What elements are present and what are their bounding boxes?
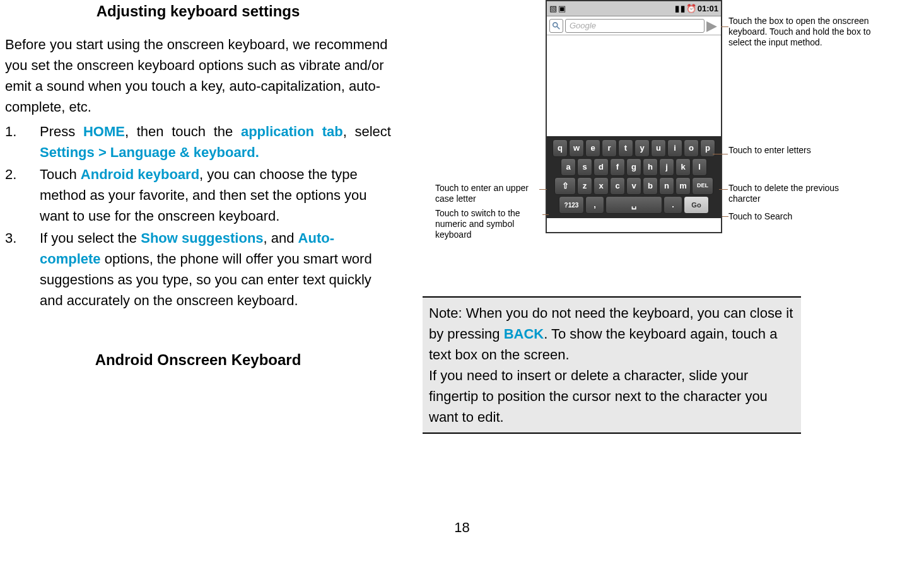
signal-icon: ▮: [675, 3, 679, 15]
key-s[interactable]: s: [577, 158, 592, 176]
search-icon[interactable]: [549, 19, 563, 33]
step-1-number: 1.: [5, 121, 40, 163]
annotation-uppercase: Touch to enter an upper case letter: [435, 183, 542, 204]
key-.[interactable]: .: [664, 196, 682, 214]
application-tab-keyword: application tab: [241, 124, 343, 139]
key-l[interactable]: l: [692, 158, 707, 176]
key-u[interactable]: u: [651, 139, 666, 157]
step-1-body: Press HOME, then touch the application t…: [40, 121, 391, 163]
annotation-letters: Touch to enter letters: [728, 145, 823, 156]
key-␣[interactable]: ␣: [605, 196, 662, 214]
back-keyword: BACK: [504, 326, 544, 342]
home-keyword: HOME: [83, 124, 125, 139]
step-1-text-a: Press: [40, 124, 83, 139]
annotation-delete: Touch to delete the previous charcter: [728, 183, 842, 204]
onscreen-keyboard-title: Android Onscreen Keyboard: [5, 349, 391, 371]
key-num[interactable]: ?123: [559, 196, 584, 214]
keyboard-diagram: ▧ ▣ ▮ ▮ ⏰ 01:01 Google ▶: [410, 0, 877, 265]
key-⇧[interactable]: ⇧: [554, 177, 576, 195]
search-bar: Google ▶: [547, 16, 721, 35]
key-b[interactable]: b: [643, 177, 658, 195]
key-m[interactable]: m: [675, 177, 691, 195]
section-title: Adjusting keyboard settings: [5, 0, 391, 23]
key-q[interactable]: q: [553, 139, 568, 157]
key-o[interactable]: o: [684, 139, 699, 157]
key-v[interactable]: v: [626, 177, 641, 195]
phone-frame: ▧ ▣ ▮ ▮ ⏰ 01:01 Google ▶: [546, 0, 722, 233]
key-n[interactable]: n: [659, 177, 674, 195]
key-f[interactable]: f: [610, 158, 625, 176]
key-y[interactable]: y: [635, 139, 650, 157]
step-3-text-a: If you select the: [40, 230, 141, 246]
annotation-numeric: Touch to switch to the numeric and symbo…: [435, 208, 546, 240]
step-2-body: Touch Android keyboard, you can choose t…: [40, 164, 391, 226]
settings-path-keyword: Settings > Language & keyboard.: [40, 144, 259, 160]
key-w[interactable]: w: [569, 139, 584, 157]
svg-point-0: [553, 22, 558, 26]
key-c[interactable]: c: [610, 177, 625, 195]
key-r[interactable]: r: [602, 139, 617, 157]
show-suggestions-keyword: Show suggestions: [141, 230, 263, 246]
key-del[interactable]: DEL: [692, 177, 713, 195]
time-display: 01:01: [698, 3, 718, 15]
page-number: 18: [0, 517, 924, 538]
key-h[interactable]: h: [643, 158, 658, 176]
key-x[interactable]: x: [594, 177, 609, 195]
annotation-search: Touch to Search: [728, 211, 829, 222]
android-keyboard-keyword: Android keyboard: [81, 166, 199, 182]
svg-line-1: [557, 26, 559, 28]
note-box: Note: When you do not need the keyboard,…: [423, 296, 801, 434]
key-,[interactable]: ,: [585, 196, 604, 214]
step-3-number: 3.: [5, 228, 40, 311]
intro-paragraph: Before you start using the onscreen keyb…: [5, 34, 391, 117]
status-icon: ▣: [558, 3, 566, 15]
status-icon: ▧: [549, 3, 557, 15]
step-2-number: 2.: [5, 164, 40, 226]
content-area: [547, 35, 721, 136]
step-1-text-c: , select: [343, 124, 391, 139]
key-e[interactable]: e: [585, 139, 600, 157]
key-g[interactable]: g: [626, 158, 641, 176]
key-z[interactable]: z: [577, 177, 592, 195]
search-input[interactable]: Google: [565, 19, 705, 33]
step-2-text-a: Touch: [40, 166, 81, 182]
step-1-text-b: , then touch the: [125, 124, 241, 139]
step-3-text-b: , and: [264, 230, 298, 246]
annotation-searchbox: Touch the box to open the onscreen keybo…: [728, 16, 880, 47]
key-k[interactable]: k: [675, 158, 691, 176]
key-d[interactable]: d: [594, 158, 609, 176]
note-text-c: If you need to insert or delete a charac…: [429, 368, 768, 425]
onscreen-keyboard: qwertyuiop asdfghjkl ⇧zxcvbnmDEL ?123,␣.…: [547, 136, 721, 218]
status-bar: ▧ ▣ ▮ ▮ ⏰ 01:01: [547, 1, 721, 16]
step-3-body: If you select the Show suggestions, and …: [40, 228, 391, 311]
go-arrow-icon[interactable]: ▶: [705, 15, 718, 36]
key-a[interactable]: a: [561, 158, 576, 176]
key-j[interactable]: j: [659, 158, 674, 176]
alarm-icon: ⏰: [686, 3, 696, 15]
key-go[interactable]: Go: [684, 196, 709, 214]
battery-icon: ▮: [681, 3, 685, 15]
key-i[interactable]: i: [667, 139, 682, 157]
key-t[interactable]: t: [618, 139, 633, 157]
